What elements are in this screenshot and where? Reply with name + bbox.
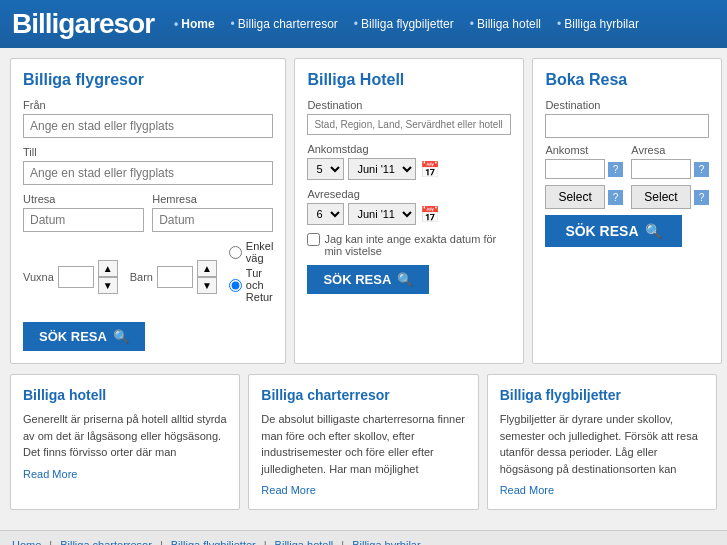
avrese-label: Avresedag [307, 188, 511, 200]
info-charter-text: De absolut billigaste charterresorna fin… [261, 411, 465, 477]
boka-panel: Boka Resa Destination Ankomst ? Avresa ? [532, 58, 722, 364]
boka-ankomst-input[interactable] [545, 159, 604, 179]
footer-home[interactable]: Home [12, 539, 41, 545]
footer-flyg[interactable]: Billiga flygbiljetter [171, 539, 256, 545]
enkel-vag-radio[interactable] [229, 246, 242, 259]
vuxna-spinner: 1 ▲ ▼ [58, 260, 118, 294]
ankomst-day-select[interactable]: 5 [307, 158, 344, 180]
nav-charter[interactable]: Billiga charterresor [231, 17, 338, 31]
header: Billigaresor Home Billiga charterresor B… [0, 0, 727, 48]
avrese-month-select[interactable]: Juni '11 [348, 203, 416, 225]
info-flyg-text: Flygbiljetter är dyrare under skollov, s… [500, 411, 704, 477]
info-hotell: Billiga hotell Generellt är priserna på … [10, 374, 240, 510]
boka-select2-help[interactable]: ? [694, 190, 710, 205]
hemresa-input[interactable] [152, 208, 273, 232]
no-exact-date-text: Jag kan inte ange exakta datum för min v… [324, 233, 511, 257]
boka-search-label: SÖK RESA [565, 223, 638, 239]
enkel-vag-label[interactable]: Enkel väg [229, 240, 274, 264]
boka-select1-button[interactable]: Select [545, 185, 604, 209]
boka-search-icon: 🔍 [645, 223, 662, 239]
hotell-title: Billiga Hotell [307, 71, 511, 89]
boka-select-row: Select ? Select ? [545, 185, 709, 209]
nav-flyg[interactable]: Billiga flygbiljetter [354, 17, 454, 31]
fly-search-icon: 🔍 [113, 329, 129, 344]
no-exact-date-row: Jag kan inte ange exakta datum för min v… [307, 233, 511, 257]
to-input[interactable] [23, 161, 273, 185]
fly-search-label: SÖK RESA [39, 329, 107, 344]
hotell-dest-label: Destination [307, 99, 511, 111]
site-title[interactable]: Billigaresor [12, 8, 154, 40]
ankomst-label: Ankomstdag [307, 143, 511, 155]
boka-dates-row: Ankomst ? Avresa ? [545, 144, 709, 179]
info-charter-title: Billiga charterresor [261, 387, 465, 403]
hemresa-label: Hemresa [152, 193, 273, 205]
boka-dest-input[interactable] [545, 114, 709, 138]
boka-select1-help[interactable]: ? [608, 190, 624, 205]
utresa-label: Utresa [23, 193, 144, 205]
main-content: Billiga flygresor Från Till Utresa Hemre… [0, 48, 727, 530]
vuxna-label: Vuxna [23, 271, 54, 283]
nav-hotell[interactable]: Billiga hotell [470, 17, 541, 31]
boka-search-button[interactable]: SÖK RESA 🔍 [545, 215, 681, 247]
avrese-date-row: 6 Juni '11 📅 [307, 203, 511, 225]
boka-title: Boka Resa [545, 71, 709, 89]
vuxna-up[interactable]: ▲ [98, 260, 118, 277]
ankomst-date-row: 5 Juni '11 📅 [307, 158, 511, 180]
footer-hotell[interactable]: Billiga hotell [275, 539, 334, 545]
title-part1: Billiga [12, 8, 89, 39]
info-hotell-title: Billiga hotell [23, 387, 227, 403]
footer-hyrbilar[interactable]: Billiga hyrbilar [352, 539, 420, 545]
avrese-day-select[interactable]: 6 [307, 203, 344, 225]
barn-down[interactable]: ▼ [197, 277, 217, 294]
bottom-panels: Billiga hotell Generellt är priserna på … [10, 374, 717, 510]
utresa-input[interactable] [23, 208, 144, 232]
tur-retur-radio[interactable] [229, 279, 242, 292]
barn-label: Barn [130, 271, 153, 283]
hotell-search-button[interactable]: SÖK RESA 🔍 [307, 265, 429, 294]
boka-ankomst-help[interactable]: ? [608, 162, 624, 177]
info-hotell-readmore[interactable]: Read More [23, 468, 77, 480]
to-label: Till [23, 146, 273, 158]
footer-nav: Home | Billiga charterresor | Billiga fl… [12, 539, 715, 545]
ankomst-month-select[interactable]: Juni '11 [348, 158, 416, 180]
hotell-panel: Billiga Hotell Destination Ankomstdag 5 … [294, 58, 524, 364]
top-panels: Billiga flygresor Från Till Utresa Hemre… [10, 58, 717, 364]
ankomst-calendar-icon[interactable]: 📅 [420, 160, 440, 179]
footer-charter[interactable]: Billiga charterresor [60, 539, 152, 545]
boka-avresa-help[interactable]: ? [694, 162, 710, 177]
nav-hyrbilar[interactable]: Billiga hyrbilar [557, 17, 639, 31]
no-exact-date-checkbox[interactable] [307, 233, 320, 246]
boka-avresa-input[interactable] [631, 159, 690, 179]
main-nav: Home Billiga charterresor Billiga flygbi… [174, 17, 639, 31]
title-part2: resor [89, 8, 154, 39]
hotell-dest-input[interactable] [307, 114, 511, 135]
vuxna-down[interactable]: ▼ [98, 277, 118, 294]
fly-search-button[interactable]: SÖK RESA 🔍 [23, 322, 145, 351]
hotell-search-icon: 🔍 [397, 272, 413, 287]
boka-avresa-label: Avresa [631, 144, 709, 156]
barn-input[interactable]: 0 [157, 266, 193, 288]
info-flyg: Billiga flygbiljetter Flygbiljetter är d… [487, 374, 717, 510]
vuxna-input[interactable]: 1 [58, 266, 94, 288]
footer: Home | Billiga charterresor | Billiga fl… [0, 530, 727, 545]
trip-type: Enkel väg Tur och Retur [229, 240, 274, 306]
boka-dest-label: Destination [545, 99, 709, 111]
barn-spinner: 0 ▲ ▼ [157, 260, 217, 294]
flygresor-panel: Billiga flygresor Från Till Utresa Hemre… [10, 58, 286, 364]
barn-up[interactable]: ▲ [197, 260, 217, 277]
nav-home[interactable]: Home [174, 17, 215, 31]
flygresor-title: Billiga flygresor [23, 71, 273, 89]
hotell-search-label: SÖK RESA [323, 272, 391, 287]
from-label: Från [23, 99, 273, 111]
info-charter-readmore[interactable]: Read More [261, 484, 315, 496]
tur-retur-label[interactable]: Tur och Retur [229, 267, 274, 303]
info-flyg-title: Billiga flygbiljetter [500, 387, 704, 403]
boka-ankomst-label: Ankomst [545, 144, 623, 156]
info-charter: Billiga charterresor De absolut billigas… [248, 374, 478, 510]
boka-select2-button[interactable]: Select [631, 185, 690, 209]
avrese-calendar-icon[interactable]: 📅 [420, 205, 440, 224]
info-flyg-readmore[interactable]: Read More [500, 484, 554, 496]
from-input[interactable] [23, 114, 273, 138]
info-hotell-text: Generellt är priserna på hotell alltid s… [23, 411, 227, 461]
